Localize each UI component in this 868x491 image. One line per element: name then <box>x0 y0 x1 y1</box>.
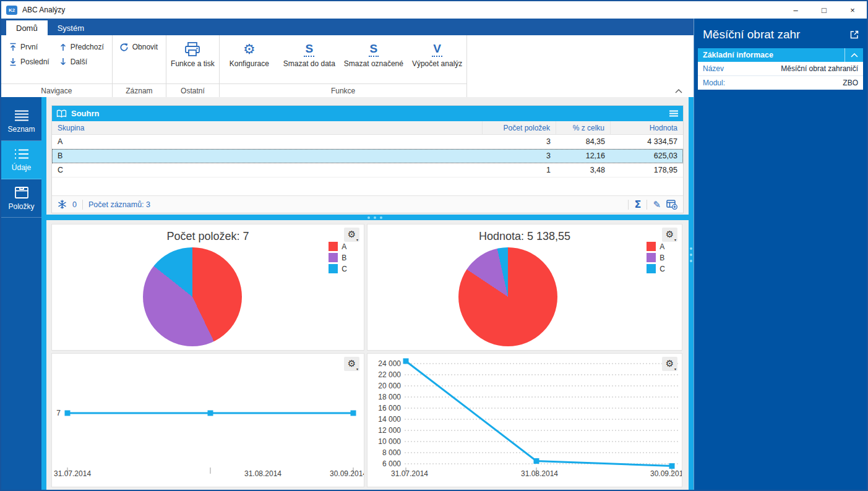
sidebar-item-label: Položky <box>8 202 34 211</box>
table-row[interactable]: C 1 3,48 178,95 <box>52 163 683 177</box>
delete-selected-button[interactable]: S Smazat označené <box>340 35 408 68</box>
right-panel: Měsíční obrat zahr Základní informace Ná… <box>694 19 867 490</box>
legend-label: B <box>342 254 346 262</box>
minimize-button[interactable]: – <box>781 1 810 19</box>
svg-text:7: 7 <box>56 409 61 417</box>
divider <box>647 200 647 210</box>
maximize-button[interactable]: □ <box>810 1 838 19</box>
button-label: Předchozí <box>71 43 104 51</box>
table-cell: C <box>52 163 483 177</box>
svg-text:16 000: 16 000 <box>378 404 401 412</box>
sidebar-item-polozky[interactable]: Položky <box>1 179 41 218</box>
splitter-grip <box>690 247 692 262</box>
gear-icon: ⚙ <box>666 230 674 239</box>
ribbon-collapse-chevron-icon[interactable] <box>675 89 682 93</box>
add-table-button[interactable] <box>666 200 677 210</box>
table-title: Souhrn <box>71 109 100 118</box>
next-record-button[interactable]: Další <box>55 54 108 69</box>
legend-swatch <box>647 264 656 273</box>
legend-item: B <box>647 253 665 262</box>
app-logo-k2-icon: K2 <box>6 6 17 15</box>
chart-settings-button[interactable]: ⚙▾ <box>344 228 359 242</box>
chart-settings-button[interactable]: ⚙▾ <box>344 357 359 371</box>
horizontal-splitter[interactable] <box>46 215 689 220</box>
column-header[interactable]: Počet položek <box>483 121 556 134</box>
open-external-icon[interactable] <box>849 30 859 40</box>
arrow-up-to-bar-icon <box>9 43 17 51</box>
table-cell: 1 <box>483 163 556 177</box>
snowflake-icon[interactable] <box>58 200 67 209</box>
sidebar-item-seznam[interactable]: Seznam <box>1 103 41 141</box>
window-title: ABC Analýzy <box>22 6 65 14</box>
caret-down-icon: ▾ <box>356 367 358 371</box>
line-chart: 31.07.201431.08.201430.09.20147 <box>52 354 364 487</box>
caret-down-icon: ▾ <box>356 237 358 242</box>
print-functions-button[interactable]: Funkce a tisk <box>166 35 219 68</box>
column-header[interactable]: Skupina <box>52 121 483 134</box>
printer-icon <box>184 40 201 59</box>
freeze-count: 0 <box>72 200 77 209</box>
table-row-selected[interactable]: B 3 12,16 625,03 <box>52 149 683 163</box>
table-row[interactable]: A 3 84,35 4 334,57 <box>52 135 683 149</box>
button-label: Poslední <box>20 58 49 66</box>
delete-to-date-button[interactable]: S Smazat do data <box>279 35 340 68</box>
sidebar-item-label: Údaje <box>12 163 31 172</box>
legend-swatch <box>647 253 656 262</box>
main-area: Souhrn Skupina Počet položek % z celku H… <box>46 97 689 490</box>
table-menu-button[interactable] <box>669 110 679 117</box>
svg-text:6 000: 6 000 <box>382 459 401 468</box>
legend-item: C <box>647 264 665 273</box>
table-cell: 625,03 <box>611 149 683 163</box>
close-button[interactable]: × <box>838 1 867 19</box>
sum-button[interactable]: Σ <box>634 199 641 210</box>
previous-record-button[interactable]: Předchozí <box>55 40 108 54</box>
first-record-button[interactable]: První <box>5 40 54 54</box>
table-cell: 4 334,57 <box>611 135 683 148</box>
panel-section: Základní informace Název Měsíční obrat z… <box>698 48 863 90</box>
button-label: Konfigurace <box>230 59 269 68</box>
table-header-row: Skupina Počet položek % z celku Hodnota <box>52 121 683 135</box>
menu-icon <box>14 109 30 122</box>
vertical-splitter-right[interactable] <box>689 97 694 490</box>
gear-icon: ⚙ <box>348 359 356 369</box>
legend-label: C <box>660 265 665 273</box>
field-label: Název <box>703 64 724 73</box>
letter-s-icon: S <box>304 40 314 59</box>
column-header[interactable]: % z celku <box>556 121 611 134</box>
legend-swatch <box>329 253 338 262</box>
last-record-button[interactable]: Poslední <box>5 54 54 69</box>
table-cell: 3 <box>483 135 556 148</box>
divider <box>82 200 83 210</box>
svg-text:31.08.2014: 31.08.2014 <box>521 469 558 478</box>
tab-domu[interactable]: Domů <box>6 20 48 35</box>
sidebar-item-udaje[interactable]: Údaje <box>1 141 41 179</box>
box-icon <box>14 186 29 199</box>
compute-analyses-button[interactable]: V Výpočet analýz <box>408 35 466 68</box>
svg-text:12 000: 12 000 <box>378 426 401 435</box>
legend-label: B <box>660 254 664 262</box>
table-cell: 12,16 <box>556 149 611 163</box>
svg-text:22 000: 22 000 <box>378 370 401 379</box>
ribbon-group-zaznam: Obnovit Záznam <box>113 35 166 97</box>
vertical-splitter-left[interactable] <box>41 97 46 490</box>
chevron-up-icon[interactable] <box>844 48 858 62</box>
chart-card-line-value: 24 00022 00020 00018 00016 00014 00012 0… <box>367 353 682 487</box>
edit-button[interactable]: ✎ <box>653 199 661 210</box>
refresh-button[interactable]: Obnovit <box>115 40 162 54</box>
chart-title: Hodnota: 5 138,55 <box>367 230 682 243</box>
table-cell: B <box>52 149 483 163</box>
svg-text:31.07.2014: 31.07.2014 <box>391 469 428 478</box>
legend-item: A <box>647 242 665 251</box>
column-header[interactable]: Hodnota <box>611 121 683 134</box>
tab-system[interactable]: Systém <box>48 20 94 35</box>
configuration-button[interactable]: ⚙ Konfigurace <box>220 35 279 68</box>
section-header[interactable]: Základní informace <box>698 48 863 62</box>
ribbon-group-label: Funkce <box>220 83 467 97</box>
chart-settings-button[interactable]: ⚙▾ <box>662 228 677 242</box>
chart-settings-button[interactable]: ⚙▾ <box>662 357 677 371</box>
ribbon-group-label: Záznam <box>113 83 166 97</box>
button-label: Funkce a tisk <box>171 59 215 68</box>
table-cell: 84,35 <box>556 135 611 148</box>
panel-title: Měsíční obrat zahr <box>703 28 849 41</box>
button-label: Smazat do data <box>283 59 335 68</box>
